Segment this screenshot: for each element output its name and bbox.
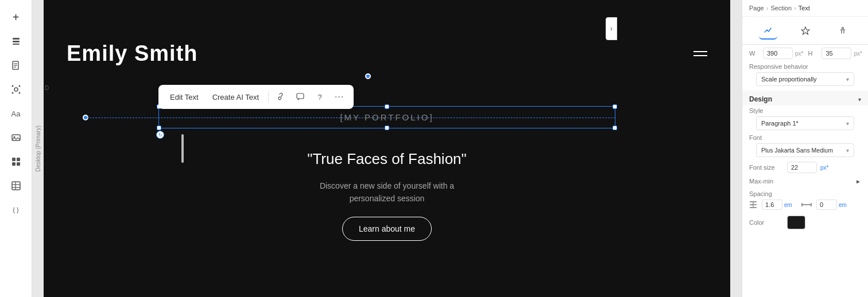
w-unit: px*: [795, 50, 803, 57]
responsive-label: Responsive behavior: [749, 63, 861, 70]
breadcrumb-sep-1: ›: [766, 5, 769, 11]
learn-more-button[interactable]: Learn about me: [342, 217, 432, 241]
style-tab[interactable]: [759, 21, 777, 40]
svg-rect-17: [17, 162, 20, 166]
svg-rect-2: [13, 44, 20, 45]
style-arrow: ▾: [846, 120, 849, 127]
svg-rect-0: [13, 38, 20, 40]
code-icon[interactable]: { }: [6, 200, 26, 220]
svg-rect-18: [12, 182, 20, 190]
letter-spacing-icon: [801, 201, 812, 209]
breadcrumb-section[interactable]: Section: [770, 5, 792, 11]
site-content: "True Faces of Fashion" Discover a new s…: [44, 150, 730, 241]
max-min-arrow[interactable]: ►: [855, 178, 861, 185]
selected-text-element[interactable]: Text [MY PORTFOLIO]: [158, 106, 615, 128]
responsive-dropdown[interactable]: Scale proportionally ▾: [756, 72, 854, 86]
pages-icon[interactable]: [6, 55, 26, 76]
create-ai-text-button[interactable]: Create AI Text: [207, 90, 265, 104]
font-value: Plus Jakarta Sans Medium: [761, 147, 833, 154]
canvas-label-text: Desktop (Primary): [35, 126, 41, 172]
width-input[interactable]: [763, 48, 793, 59]
responsive-value: Scale proportionally: [761, 76, 817, 83]
site-title: Emily Smith: [67, 41, 198, 66]
canvas-label-container: Desktop (Primary): [32, 0, 44, 297]
hamburger-line-2: [693, 55, 707, 56]
canvas-area: Desktop (Primary) D Emily Smith Text [MY…: [32, 0, 742, 297]
design-label: Design: [749, 95, 772, 103]
handle-bottom-left[interactable]: [157, 126, 161, 130]
left-sidebar: + Aa: [0, 0, 32, 297]
svg-point-11: [18, 92, 20, 94]
font-arrow: ▾: [846, 147, 849, 154]
letter-spacing-input[interactable]: [816, 200, 837, 210]
edit-text-button[interactable]: Edit Text: [164, 90, 204, 104]
more-options-button[interactable]: ···: [331, 88, 348, 105]
line-height-val: em: [762, 200, 792, 210]
text-style-icon[interactable]: Aa: [6, 103, 26, 124]
color-row: Color: [742, 213, 868, 232]
breadcrumb-page[interactable]: Page: [749, 5, 764, 11]
handle-top-right[interactable]: [613, 104, 617, 109]
line-height-input[interactable]: [762, 200, 782, 210]
toolbar-divider-1: [268, 91, 269, 103]
svg-point-9: [18, 85, 20, 87]
max-min-row: Max-min ►: [742, 175, 868, 187]
panel-tabs: [742, 17, 868, 45]
responsive-arrow: ▾: [846, 76, 849, 83]
selection-handle-top-outer[interactable]: [365, 73, 371, 79]
table-icon[interactable]: [6, 175, 26, 196]
responsive-section: Responsive behavior Scale proportionally…: [742, 62, 868, 91]
comment-button[interactable]: [292, 88, 309, 105]
w-label: W: [749, 50, 761, 57]
right-panel: Page › Section › Text W px* H: [742, 0, 868, 297]
svg-point-8: [11, 85, 13, 87]
canvas-frame[interactable]: Emily Smith Text [MY PORTFOLIO] ↻: [44, 0, 730, 297]
collapse-panel-button[interactable]: ›: [606, 17, 617, 40]
help-button[interactable]: ?: [311, 88, 328, 105]
handle-bottom-center[interactable]: [385, 126, 389, 130]
style-dropdown[interactable]: Paragraph 1* ▾: [756, 116, 854, 130]
line-height-icon: [749, 201, 757, 209]
font-size-row: Font size px*: [742, 159, 868, 175]
accessibility-tab[interactable]: [834, 21, 852, 40]
svg-rect-14: [12, 158, 16, 161]
line-height-unit: em: [784, 202, 792, 208]
font-section: Font Plus Jakarta Sans Medium ▾: [742, 132, 868, 159]
h-unit: px*: [854, 50, 862, 57]
letter-spacing-val: em: [816, 200, 847, 210]
link-button[interactable]: [272, 88, 289, 105]
font-size-unit: px*: [820, 165, 828, 171]
image-icon[interactable]: [6, 127, 26, 148]
svg-rect-16: [12, 162, 16, 166]
style-label: Style: [749, 107, 861, 114]
grid-icon[interactable]: [6, 151, 26, 172]
spacing-section: Spacing em: [742, 187, 868, 213]
color-swatch[interactable]: [787, 216, 805, 229]
svg-rect-22: [297, 93, 304, 99]
handle-bottom-right[interactable]: [613, 126, 617, 130]
spacing-label: Spacing: [749, 190, 861, 197]
design-arrow[interactable]: ▾: [858, 96, 861, 103]
layers-icon[interactable]: [6, 31, 26, 52]
height-input[interactable]: [822, 48, 851, 59]
font-dropdown[interactable]: Plus Jakarta Sans Medium ▾: [756, 143, 854, 157]
letter-spacing-unit: em: [839, 202, 847, 208]
d-marker: D: [45, 85, 49, 91]
svg-rect-15: [17, 158, 20, 161]
font-size-input[interactable]: [787, 162, 817, 173]
hamburger-icon: [693, 51, 707, 56]
components-icon[interactable]: [6, 79, 26, 100]
design-section-header[interactable]: Design ▾: [742, 91, 868, 105]
rotate-handle[interactable]: ↻: [156, 131, 164, 139]
interaction-tab[interactable]: [796, 21, 815, 40]
spacing-row: em em: [749, 200, 861, 210]
add-icon[interactable]: +: [6, 7, 26, 28]
dimensions-row: W px* H px*: [742, 45, 868, 62]
handle-top-center[interactable]: [385, 104, 389, 109]
breadcrumb-text: Text: [799, 5, 810, 11]
svg-point-7: [14, 88, 18, 91]
site-quote: "True Faces of Fashion": [307, 150, 467, 168]
font-size-label: Font size: [749, 164, 784, 171]
breadcrumb-sep-2: ›: [794, 5, 796, 11]
svg-point-23: [842, 28, 843, 29]
